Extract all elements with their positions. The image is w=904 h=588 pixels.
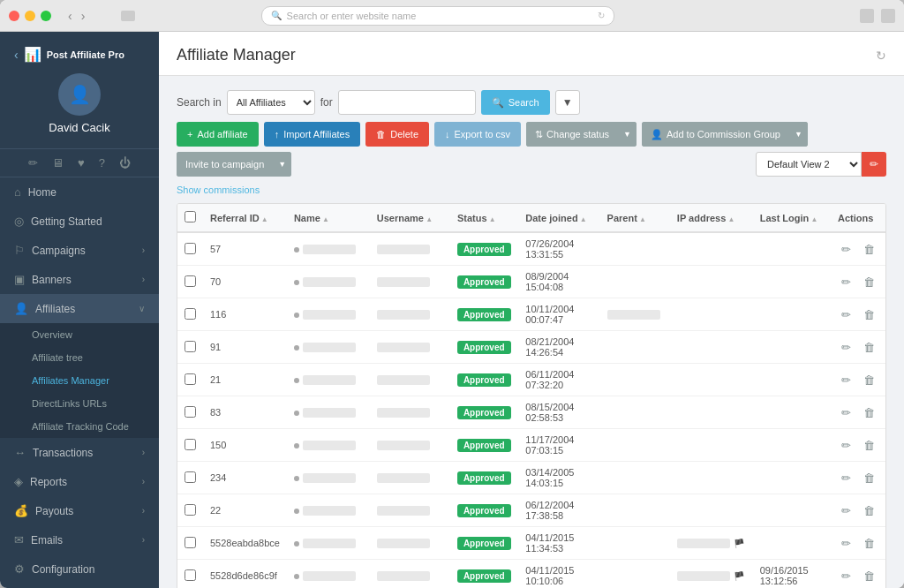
share-button[interactable] — [860, 9, 874, 23]
row-checkbox[interactable] — [185, 341, 196, 352]
row-checkbox[interactable] — [185, 537, 196, 548]
search-input[interactable] — [338, 90, 476, 115]
row-checkbox[interactable] — [185, 569, 196, 581]
row-checkbox[interactable] — [185, 373, 196, 385]
delete-row-button[interactable]: 🗑 — [860, 502, 878, 519]
sidebar-item-affiliates[interactable]: 👤 Affiliates ∨ — [0, 294, 159, 323]
delete-row-button[interactable]: 🗑 — [860, 535, 878, 552]
edit-row-button[interactable]: ✏ — [838, 437, 855, 454]
select-all-checkbox[interactable] — [185, 211, 196, 222]
delete-row-button[interactable]: 🗑 — [860, 470, 878, 486]
change-status-caret[interactable]: ▼ — [618, 122, 637, 147]
add-commission-dropdown[interactable]: 👤 Add to Commission Group ▼ — [642, 122, 808, 147]
sub-item-overview[interactable]: Overview — [0, 323, 159, 346]
edit-row-button[interactable]: ✏ — [838, 339, 855, 356]
col-date-joined[interactable]: Date joined — [518, 204, 599, 232]
sidebar-toggle-button[interactable] — [881, 9, 895, 23]
add-commission-button[interactable]: 👤 Add to Commission Group — [642, 122, 789, 147]
search-button[interactable]: 🔍 Search — [481, 90, 550, 115]
delete-row-button[interactable]: 🗑 — [860, 306, 878, 323]
sidebar-back-button[interactable]: ‹ — [14, 48, 19, 62]
add-commission-caret[interactable]: ▼ — [789, 122, 808, 147]
search-select[interactable]: All Affiliates — [227, 90, 315, 115]
forward-nav-button[interactable]: › — [79, 9, 88, 23]
power-icon[interactable]: ⏻ — [119, 156, 131, 170]
sidebar-item-tools[interactable]: ✂ Tools › — [0, 584, 159, 588]
heart-icon[interactable]: ♥ — [78, 156, 85, 170]
help-icon[interactable]: ? — [99, 156, 105, 170]
refresh-icon[interactable]: ↻ — [876, 49, 886, 63]
row-checkbox[interactable] — [185, 275, 196, 287]
delete-row-button[interactable]: 🗑 — [860, 339, 878, 356]
sidebar-item-payouts[interactable]: 💰 Payouts › — [0, 496, 159, 525]
delete-button[interactable]: 🗑 Delete — [365, 122, 429, 147]
add-affiliate-button[interactable]: + Add affiliate — [177, 122, 259, 147]
col-name[interactable]: Name — [287, 204, 370, 232]
edit-icon[interactable]: ✏ — [28, 156, 38, 170]
edit-row-button[interactable]: ✏ — [838, 470, 855, 486]
edit-row-button[interactable]: ✏ — [838, 568, 855, 584]
row-checkbox[interactable] — [185, 439, 196, 450]
sub-item-affiliates-manager[interactable]: Affiliates Manager — [0, 369, 159, 392]
col-username[interactable]: Username — [370, 204, 450, 232]
invite-campaign-caret[interactable]: ▼ — [273, 152, 291, 177]
show-commissions-link[interactable]: Show commissions — [177, 185, 260, 195]
export-button[interactable]: ↓ Export to csv — [434, 122, 521, 147]
col-referral-id[interactable]: Referral ID — [203, 204, 287, 232]
sidebar-item-banners[interactable]: ▣ Banners › — [0, 265, 159, 294]
cell-actions: ✏ 🗑 — [831, 232, 885, 266]
delete-row-button[interactable]: 🗑 — [860, 437, 878, 454]
col-ip-address[interactable]: IP address — [670, 204, 753, 232]
row-checkbox[interactable] — [185, 243, 196, 254]
sidebar-item-home[interactable]: ⌂ Home — [0, 177, 159, 207]
edit-row-button[interactable]: ✏ — [838, 241, 855, 258]
edit-row-button[interactable]: ✏ — [838, 372, 855, 388]
cell-referral-id: 5528d6de86c9f — [203, 560, 287, 589]
delete-row-button[interactable]: 🗑 — [860, 372, 878, 388]
edit-row-button[interactable]: ✏ — [838, 404, 855, 421]
select-all-header — [177, 204, 203, 232]
minimize-button[interactable] — [25, 11, 35, 21]
change-status-dropdown[interactable]: ⇅ Change status ▼ — [526, 122, 637, 147]
monitor-icon[interactable]: 🖥 — [52, 156, 64, 170]
sub-item-tracking-code[interactable]: Affiliate Tracking Code — [0, 415, 159, 438]
delete-row-button[interactable]: 🗑 — [860, 274, 878, 290]
delete-row-button[interactable]: 🗑 — [860, 241, 878, 258]
row-checkbox[interactable] — [185, 308, 196, 320]
sub-item-directlinks[interactable]: DirectLinks URLs — [0, 392, 159, 415]
swap-icon: ⇅ — [535, 129, 543, 140]
affiliates-icon: 👤 — [14, 302, 28, 315]
row-checkbox[interactable] — [185, 504, 196, 516]
col-last-login[interactable]: Last Login — [753, 204, 831, 232]
edit-row-button[interactable]: ✏ — [838, 535, 855, 552]
edit-row-button[interactable]: ✏ — [838, 274, 855, 290]
sidebar-item-configuration[interactable]: ⚙ Configuration — [0, 554, 159, 584]
url-bar[interactable]: 🔍 Search or enter website name ↻ — [261, 6, 614, 26]
sidebar-item-reports[interactable]: ◈ Reports › — [0, 467, 159, 496]
col-parent[interactable]: Parent — [600, 204, 670, 232]
close-button[interactable] — [9, 11, 19, 21]
edit-row-button[interactable]: ✏ — [838, 306, 855, 323]
sidebar-item-emails[interactable]: ✉ Emails › — [0, 525, 159, 554]
maximize-button[interactable] — [41, 11, 51, 21]
change-status-button[interactable]: ⇅ Change status — [526, 122, 618, 147]
back-nav-button[interactable]: ‹ — [65, 9, 75, 23]
row-checkbox[interactable] — [185, 406, 196, 418]
invite-campaign-dropdown[interactable]: Invite to campaign ▼ — [177, 152, 291, 177]
import-affiliates-button[interactable]: ↑ Import Affiliates — [264, 122, 361, 147]
view-select[interactable]: Default View 2 — [756, 152, 862, 177]
invite-campaign-button[interactable]: Invite to campaign — [177, 152, 273, 177]
window-tab-button[interactable] — [121, 11, 135, 21]
sidebar-item-campaigns[interactable]: ⚐ Campaigns › — [0, 236, 159, 265]
edit-row-button[interactable]: ✏ — [838, 502, 855, 519]
view-edit-button[interactable]: ✏ — [862, 152, 886, 177]
delete-row-button[interactable]: 🗑 — [860, 404, 878, 421]
cell-last-login — [753, 429, 831, 462]
sidebar-item-transactions[interactable]: ↔ Transactions › — [0, 438, 159, 467]
row-checkbox[interactable] — [185, 471, 196, 483]
col-status[interactable]: Status — [450, 204, 518, 232]
delete-row-button[interactable]: 🗑 — [860, 568, 878, 584]
sub-item-affiliate-tree[interactable]: Affiliate tree — [0, 346, 159, 369]
sidebar-item-getting-started[interactable]: ◎ Getting Started — [0, 207, 159, 236]
filter-button[interactable]: ▼ — [555, 90, 580, 115]
